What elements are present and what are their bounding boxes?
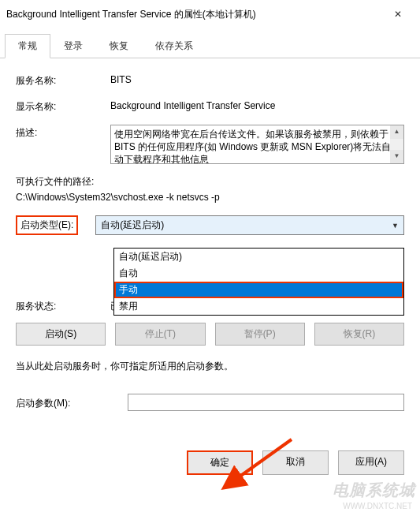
start-params-input[interactable] [128,394,404,411]
option-manual[interactable]: 手动 [114,282,403,298]
pause-button: 暂停(P) [215,323,305,346]
value-display-name: Background Intelligent Transfer Service [110,99,404,111]
tab-recovery[interactable]: 恢复 [96,34,142,58]
description-textbox[interactable]: 使用空闲网络带宽在后台传送文件。如果该服务被禁用，则依赖于 BITS 的任何应用… [110,125,404,164]
label-display-name: 显示名称: [16,99,110,114]
scroll-down-icon[interactable]: ▼ [390,150,403,163]
tab-general[interactable]: 常规 [5,34,50,58]
close-button[interactable]: ✕ [382,5,414,24]
value-exec-path: C:\Windows\System32\svchost.exe -k netsv… [16,192,404,203]
option-auto-delayed[interactable]: 自动(延迟启动) [114,249,403,265]
startup-type-dropdown[interactable]: 自动(延迟启动) 自动 手动 禁用 [113,248,404,316]
label-service-status: 服务状态: [16,298,110,313]
tab-logon[interactable]: 登录 [50,34,96,58]
description-scrollbar[interactable]: ▲ ▼ [390,125,403,163]
apply-button[interactable]: 应用(A) [338,450,404,475]
value-service-name: BITS [110,73,404,85]
stop-button: 停止(T) [115,323,205,346]
description-text: 使用空闲网络带宽在后台传送文件。如果该服务被禁用，则依赖于 BITS 的任何应用… [114,129,391,164]
label-service-name: 服务名称: [16,73,110,88]
label-exec-path: 可执行文件的路径: [16,175,404,189]
label-startup-type: 启动类型(E): [20,219,73,230]
window-title: Background Intelligent Transfer Service … [6,8,256,21]
option-auto[interactable]: 自动 [114,265,403,282]
ok-button[interactable]: 确定 [187,450,253,475]
scroll-up-icon[interactable]: ▲ [390,125,403,139]
tab-dependencies[interactable]: 依存关系 [142,34,206,58]
startup-type-value: 自动(延迟启动) [101,219,164,232]
tab-strip: 常规 登录 恢复 依存关系 [0,33,420,58]
close-icon: ✕ [394,9,402,20]
start-button[interactable]: 启动(S) [16,323,106,346]
startup-type-select[interactable]: 自动(延迟启动) ▼ [95,215,404,235]
label-description: 描述: [16,125,110,140]
highlight-startup-label: 启动类型(E): [16,215,78,235]
label-start-params: 启动参数(M): [16,395,110,410]
option-disabled[interactable]: 禁用 [114,298,403,315]
watermark-url: WWW.DNXTC.NET [343,502,412,510]
startup-note: 当从此处启动服务时，你可指定所适用的启动参数。 [16,360,404,373]
resume-button: 恢复(R) [314,323,404,346]
chevron-down-icon: ▼ [392,222,399,230]
cancel-button[interactable]: 取消 [262,450,329,475]
watermark-text: 电脑系统城 [333,480,415,501]
